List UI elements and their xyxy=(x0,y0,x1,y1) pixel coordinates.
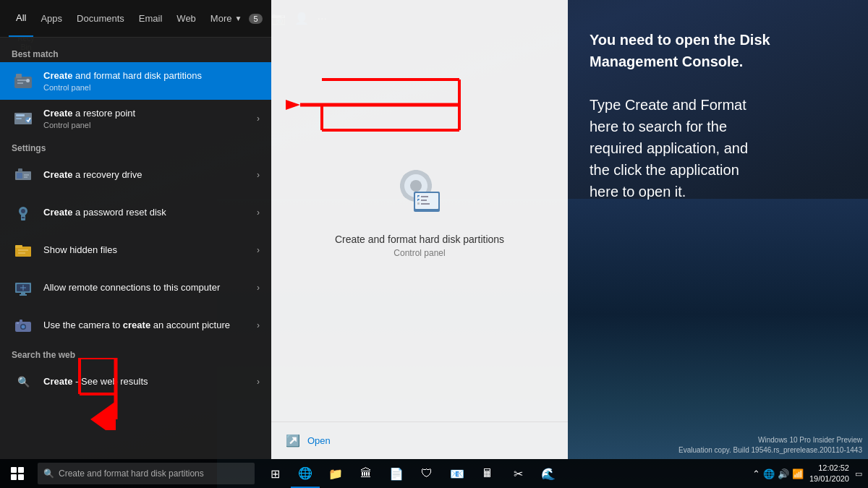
clock-display[interactable]: 12:02:52 19/01/2020 xyxy=(809,463,849,485)
result-remote-arrow: › xyxy=(257,283,260,293)
instruction-text: You need to open the Disk Management Con… xyxy=(590,29,770,202)
search-web-header: Search the web xyxy=(0,344,271,363)
tab-email[interactable]: Email xyxy=(132,0,170,37)
start-button[interactable] xyxy=(0,459,35,488)
task-view-icon[interactable]: ⊞ xyxy=(260,459,289,488)
result-recovery-title: Create a recovery drive xyxy=(43,169,257,181)
instruction-line5: here to search for the xyxy=(590,119,727,134)
windows-logo-icon xyxy=(11,467,24,480)
svg-point-30 xyxy=(22,325,25,329)
result-remote-text: Allow remote connections to this compute… xyxy=(43,282,257,294)
result-camera-arrow: › xyxy=(257,320,260,330)
shield-icon[interactable]: 🛡 xyxy=(412,459,441,488)
build-info-line1: Windows 10 Pro Insider Preview xyxy=(678,435,862,445)
left-panel: All Apps Documents Email Web More ▼ 5 📷 … xyxy=(0,0,271,459)
notepad-icon[interactable]: 📄 xyxy=(382,459,411,488)
result-hidden-files[interactable]: Show hidden files › xyxy=(0,231,271,269)
password-disk-icon xyxy=(12,201,35,224)
volume-icon[interactable]: 🔊 xyxy=(778,468,789,479)
tab-more[interactable]: More ▼ xyxy=(203,0,250,37)
email-icon[interactable]: 📧 xyxy=(443,459,472,488)
recovery-drive-icon xyxy=(12,163,35,187)
hidden-files-icon xyxy=(12,239,35,262)
result-password-text: Create a password reset disk xyxy=(43,207,257,219)
taskbar-search-bar[interactable]: 🔍 Create and format hard disk partitions xyxy=(38,463,255,484)
instruction-line6: required application, and xyxy=(590,140,748,156)
result-web-arrow: › xyxy=(257,377,260,387)
result-camera-picture[interactable]: Use the camera to create an account pict… xyxy=(0,307,271,344)
result-create-format-subtitle: Control panel xyxy=(43,83,260,92)
camera-picture-icon xyxy=(12,314,35,337)
tab-apps[interactable]: Apps xyxy=(33,0,69,37)
result-recovery-drive[interactable]: Create a recovery drive › xyxy=(0,156,271,194)
chevron-down-icon: ▼ xyxy=(234,14,242,22)
result-count-badge: 5 xyxy=(249,14,262,24)
result-web-title: Create - See web results xyxy=(43,376,257,388)
tab-documents[interactable]: Documents xyxy=(69,0,132,37)
instruction-line2: Management Console. xyxy=(590,53,743,69)
svg-rect-24 xyxy=(21,293,25,294)
system-tray-icons: ⌃ 🌐 🔊 📶 xyxy=(752,468,804,479)
svg-rect-31 xyxy=(20,320,22,322)
chevron-up-icon[interactable]: ⌃ xyxy=(752,468,760,479)
result-password-disk[interactable]: Create a password reset disk › xyxy=(0,194,271,231)
show-desktop-button[interactable]: ▭ xyxy=(855,469,862,479)
svg-rect-35 xyxy=(414,170,418,174)
remote-connections-icon xyxy=(12,276,35,299)
result-create-format-title: Create and format hard disk partitions xyxy=(43,70,260,82)
result-remote-connections[interactable]: Allow remote connections to this compute… xyxy=(0,269,271,307)
result-recovery-text: Create a recovery drive xyxy=(43,169,257,181)
disk-management-icon xyxy=(12,69,35,93)
svg-rect-49 xyxy=(421,200,427,201)
network-icon[interactable]: 🌐 xyxy=(763,468,775,479)
app-preview: Create and format hard disk partitions C… xyxy=(271,0,568,421)
svg-rect-51 xyxy=(421,203,430,205)
svg-rect-19 xyxy=(15,245,22,248)
scissors-icon[interactable]: ✂ xyxy=(503,459,532,488)
open-action[interactable]: ↗️ Open xyxy=(283,428,556,453)
svg-rect-12 xyxy=(24,176,27,178)
tab-web[interactable]: Web xyxy=(169,0,203,37)
result-restore-subtitle: Control panel xyxy=(43,121,257,129)
right-panel: Create and format hard disk partitions C… xyxy=(271,0,568,459)
result-hidden-files-arrow: › xyxy=(257,245,260,255)
result-web-search[interactable]: 🔍 Create - See web results › xyxy=(0,363,271,401)
instruction-line1: You need to open the Disk xyxy=(590,32,770,48)
start-menu: All Apps Documents Email Web More ▼ 5 📷 … xyxy=(0,0,568,459)
svg-rect-25 xyxy=(20,294,27,296)
calculator-icon[interactable]: 🖩 xyxy=(473,459,502,488)
result-create-restore[interactable]: Create a restore point Control panel › xyxy=(0,100,271,137)
app-preview-name: Create and format hard disk partitions xyxy=(335,234,504,245)
clock-time: 12:02:52 xyxy=(809,463,849,474)
result-camera-title: Use the camera to create an account pict… xyxy=(43,320,257,332)
tab-all[interactable]: All xyxy=(9,0,33,37)
store-icon[interactable]: 🏛 xyxy=(352,459,380,488)
svg-rect-37 xyxy=(400,184,404,188)
result-create-format-text: Create and format hard disk partitions C… xyxy=(43,70,260,93)
svg-rect-1 xyxy=(16,74,22,78)
svg-rect-50 xyxy=(417,202,420,205)
svg-rect-32 xyxy=(17,322,19,324)
explorer-icon[interactable]: 📁 xyxy=(321,459,350,488)
result-camera-text: Use the camera to create an account pict… xyxy=(43,320,257,332)
result-password-arrow: › xyxy=(257,207,260,218)
edge-icon[interactable]: 🌐 xyxy=(291,459,320,488)
svg-point-43 xyxy=(410,180,422,192)
results-list: Best match Create and format hard disk p… xyxy=(0,38,271,459)
svg-rect-18 xyxy=(15,247,31,257)
result-create-format[interactable]: Create and format hard disk partitions C… xyxy=(0,62,271,100)
result-recovery-arrow: › xyxy=(257,170,260,180)
best-match-header: Best match xyxy=(0,43,271,62)
browser-icon2[interactable]: 🌊 xyxy=(534,459,563,488)
action-list: ↗️ Open xyxy=(271,421,568,459)
result-hidden-files-title: Show hidden files xyxy=(43,244,257,257)
svg-rect-2 xyxy=(17,80,26,81)
instruction-line8: here to open it. xyxy=(590,184,686,200)
wifi-icon[interactable]: 📶 xyxy=(792,468,804,479)
svg-rect-17 xyxy=(22,217,25,218)
instruction-line7: the click the application xyxy=(590,162,739,178)
svg-rect-6 xyxy=(16,114,25,116)
taskbar: 🔍 Create and format hard disk partitions… xyxy=(0,459,868,488)
clock-date: 19/01/2020 xyxy=(809,474,849,484)
svg-rect-11 xyxy=(24,174,29,176)
